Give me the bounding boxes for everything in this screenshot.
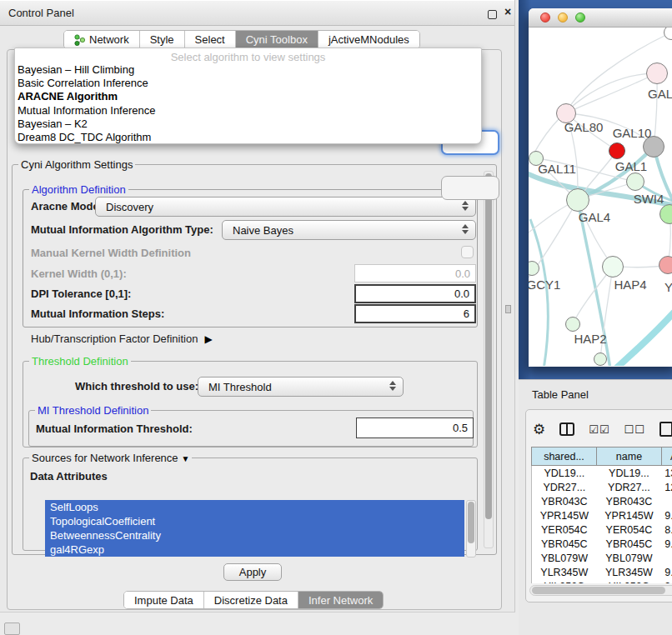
attribute-item-selected[interactable]: BetweennessCentrality (45, 528, 464, 542)
gear-icon[interactable]: ⚙ (533, 422, 545, 437)
table-row[interactable]: YDL19...YDL19...13 (532, 466, 672, 480)
tab-style[interactable]: Style (140, 31, 185, 48)
dpi-tolerance-field[interactable]: 0.0 (354, 284, 476, 303)
aracne-mode-label: Aracne Mode: (31, 200, 103, 212)
manual-kernel-width-checkbox[interactable] (461, 246, 474, 258)
close-traffic-icon[interactable] (540, 12, 550, 22)
table-cell: YDR27... (532, 480, 597, 494)
float-window-icon[interactable] (488, 10, 497, 19)
tab-label: Style (150, 33, 174, 46)
table-cell: YBR043C (597, 494, 662, 508)
table-cell: 9. (661, 508, 672, 522)
attribute-item-selected[interactable]: SelfLoops (45, 500, 464, 514)
columns-icon[interactable] (559, 422, 574, 436)
combo-arrows-icon (462, 201, 469, 211)
threshold-definition-title: Threshold Definition (29, 355, 131, 368)
algorithm-option[interactable]: Mutual Information Inference (15, 104, 481, 118)
table-cell: YBR045C (532, 537, 597, 551)
tab-jactivemnodules[interactable]: jActiveMNodules (318, 31, 419, 48)
sources-group-title[interactable]: Sources for Network Inference▼ (29, 452, 192, 464)
tab-label: Discretize Data (214, 594, 288, 607)
tab-label: Select (195, 33, 225, 46)
minimize-traffic-icon[interactable] (558, 12, 568, 22)
attributes-scrollbar[interactable] (466, 500, 476, 558)
network-node[interactable] (594, 352, 607, 366)
table-horizontal-scrollbar[interactable] (529, 585, 672, 596)
mi-algorithm-type-combobox[interactable]: Naive Bayes (222, 220, 476, 240)
new-table-icon[interactable] (659, 422, 672, 437)
network-node[interactable] (646, 62, 668, 84)
algorithm-option[interactable]: Dream8 DC_TDC Algorithm (15, 131, 481, 144)
node-label: GAL1 (615, 159, 647, 173)
table-panel: Table Panel ⚙ ☑☑ ☐☐ shared...nameA YDL19… (519, 379, 672, 635)
algorithm-option[interactable]: Bayesian – K2 (15, 118, 481, 131)
which-threshold-combobox[interactable]: MI Threshold (198, 377, 404, 397)
settings-scrollbar[interactable] (484, 171, 494, 548)
network-node[interactable] (659, 256, 672, 274)
mi-threshold-group: MI Threshold Definition Mutual Informati… (28, 410, 474, 447)
control-panel-window: Control Panel × NetworkStyleSelectCyni T… (0, 0, 515, 612)
background-combobox[interactable] (441, 176, 499, 200)
algorithm-option[interactable]: ARACNE Algorithm (15, 90, 481, 103)
mi-steps-field[interactable]: 6 (354, 304, 476, 323)
table-cell: YBR045C (597, 537, 662, 551)
table-cell: YBL079W (597, 551, 662, 565)
table-row[interactable]: YER054CYER054C8. (532, 522, 672, 537)
zoom-traffic-icon[interactable] (575, 12, 585, 22)
table-cell: YDR27... (597, 480, 662, 494)
attribute-item-selected[interactable]: TopologicalCoefficient (45, 514, 464, 528)
algorithm-option[interactable]: Basic Correlation Inference (15, 77, 481, 90)
algorithm-option[interactable]: Bayesian – Hill Climbing (15, 63, 481, 77)
table-row[interactable]: YDR27...YDR27...12 (532, 480, 672, 494)
close-icon[interactable]: × (504, 5, 511, 18)
table-row[interactable]: YBL079WYBL079W (532, 551, 672, 565)
table-row[interactable]: YBR045CYBR045C9. (532, 537, 672, 551)
data-attributes-label: Data Attributes (30, 470, 108, 482)
table-column-header[interactable]: A (661, 447, 672, 466)
node-label: GAL11 (538, 162, 576, 176)
tab-label: Network (89, 33, 129, 46)
network-window[interactable]: GALGAL80GAL10GAL1GAL11SWI4GAL4GCY1HAP4YH… (529, 8, 672, 367)
network-canvas[interactable]: GALGAL80GAL10GAL1GAL11SWI4GAL4GCY1HAP4YH… (529, 28, 672, 366)
tab-select[interactable]: Select (185, 31, 236, 48)
algorithm-popup-placeholder: Select algorithm to view settings (15, 51, 481, 63)
control-panel-titlebar: Control Panel × (0, 0, 514, 26)
table-panel-title: Table Panel (532, 388, 589, 401)
apply-button[interactable]: Apply (223, 563, 282, 581)
table-row[interactable]: YLR345WYLR345W9. (532, 565, 672, 579)
hub-definition-toggle[interactable]: Hub/Transcription Factor Definition▶ (31, 332, 213, 345)
network-node[interactable] (626, 172, 644, 191)
table-column-header[interactable]: shared... (531, 447, 596, 466)
minimized-panel-icon[interactable] (4, 622, 20, 635)
network-node[interactable] (602, 256, 624, 278)
aracne-mode-combobox[interactable]: Discovery (95, 197, 476, 217)
tab-discretize-data[interactable]: Discretize Data (204, 592, 298, 608)
tab-network[interactable]: Network (64, 31, 140, 48)
hub-definition-label: Hub/Transcription Factor Definition (31, 332, 198, 345)
table-row[interactable]: YBR043CYBR043C (532, 494, 672, 508)
algorithm-dropdown-popup: Select algorithm to view settings Bayesi… (14, 48, 482, 144)
table-rows: YDL19...YDL19...13YDR27...YDR27...12YBR0… (531, 466, 672, 583)
table-cell: YIL052C (597, 579, 662, 583)
mi-steps-label: Mutual Information Steps: (31, 308, 164, 320)
table-row[interactable]: YPR145WYPR145W9. (532, 508, 672, 522)
network-node[interactable] (566, 188, 589, 212)
table-row[interactable]: YIL052CYIL052C9 (532, 579, 672, 583)
tab-infer-network[interactable]: Infer Network (298, 592, 383, 608)
node-label: HAP2 (574, 332, 606, 346)
node-label: GAL (648, 87, 672, 101)
network-node[interactable] (565, 317, 580, 332)
deselect-all-icon[interactable]: ☐☐ (624, 423, 645, 436)
cyni-algorithm-settings-group: Cyni Algorithm Settings Algorithm Defini… (12, 164, 497, 555)
network-node[interactable] (609, 142, 625, 159)
split-pane-grip[interactable] (505, 305, 511, 313)
table-column-header[interactable]: name (596, 447, 661, 466)
expand-right-icon: ▶ (204, 333, 212, 345)
kernel-width-field[interactable]: 0.0 (354, 264, 476, 282)
network-window-titlebar[interactable] (529, 8, 672, 28)
select-all-icon[interactable]: ☑☑ (589, 423, 609, 436)
tab-impute-data[interactable]: Impute Data (124, 592, 204, 608)
mi-threshold-field[interactable]: 0.5 (356, 418, 474, 438)
tab-cyni-toolbox[interactable]: Cyni Toolbox (236, 31, 318, 48)
attribute-item-selected[interactable]: gal4RGexp (45, 542, 464, 557)
